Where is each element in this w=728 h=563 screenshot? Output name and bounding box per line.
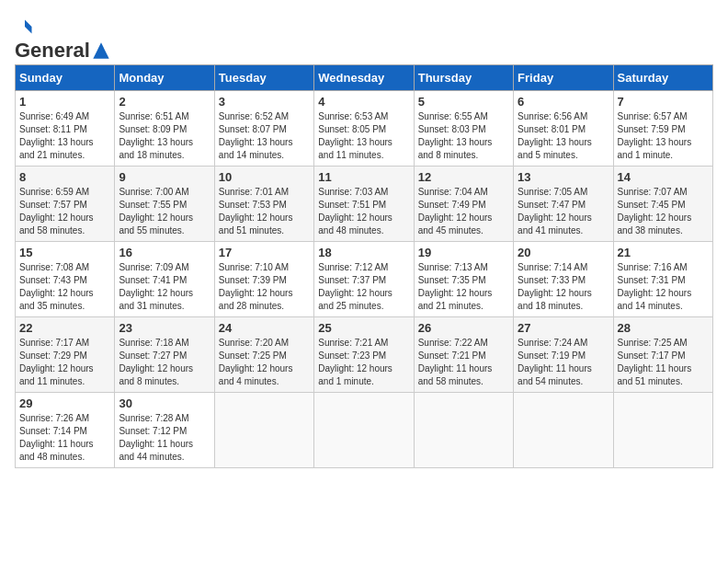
day-info: Sunrise: 7:26 AM Sunset: 7:14 PM Dayligh…	[19, 412, 110, 464]
calendar-cell: 10Sunrise: 7:01 AM Sunset: 7:53 PM Dayli…	[214, 167, 313, 242]
weekday-header-tuesday: Tuesday	[214, 65, 313, 91]
calendar-cell: 23Sunrise: 7:18 AM Sunset: 7:27 PM Dayli…	[115, 317, 214, 393]
day-info: Sunrise: 7:18 AM Sunset: 7:27 PM Dayligh…	[119, 337, 210, 388]
calendar-cell	[414, 393, 513, 468]
day-info: Sunrise: 7:03 AM Sunset: 7:51 PM Dayligh…	[318, 186, 409, 237]
day-number: 29	[19, 396, 110, 410]
day-info: Sunrise: 7:13 AM Sunset: 7:35 PM Dayligh…	[418, 261, 509, 313]
day-number: 20	[518, 246, 609, 259]
day-number: 16	[119, 246, 210, 259]
calendar-cell: 30Sunrise: 7:28 AM Sunset: 7:12 PM Dayli…	[115, 393, 214, 468]
day-info: Sunrise: 7:14 AM Sunset: 7:33 PM Dayligh…	[518, 261, 609, 313]
calendar-cell: 27Sunrise: 7:24 AM Sunset: 7:19 PM Dayli…	[514, 317, 613, 393]
calendar-cell: 2Sunrise: 6:51 AM Sunset: 8:09 PM Daylig…	[115, 91, 214, 167]
day-info: Sunrise: 7:10 AM Sunset: 7:39 PM Dayligh…	[219, 261, 310, 313]
day-info: Sunrise: 7:04 AM Sunset: 7:49 PM Dayligh…	[418, 186, 509, 237]
day-info: Sunrise: 7:21 AM Sunset: 7:23 PM Dayligh…	[318, 337, 409, 388]
calendar-cell: 25Sunrise: 7:21 AM Sunset: 7:23 PM Dayli…	[314, 317, 414, 393]
svg-marker-2	[93, 42, 108, 58]
day-number: 11	[318, 170, 409, 184]
calendar-cell	[613, 393, 712, 468]
day-info: Sunrise: 7:08 AM Sunset: 7:43 PM Dayligh…	[19, 261, 110, 313]
day-number: 18	[318, 246, 409, 259]
svg-marker-0	[25, 20, 32, 28]
day-number: 9	[119, 170, 210, 184]
calendar-cell: 3Sunrise: 6:52 AM Sunset: 8:07 PM Daylig…	[214, 91, 313, 167]
day-number: 1	[19, 95, 110, 109]
day-info: Sunrise: 6:59 AM Sunset: 7:57 PM Dayligh…	[19, 186, 110, 237]
calendar-cell	[514, 393, 613, 468]
day-number: 21	[618, 246, 709, 259]
day-number: 28	[618, 321, 709, 335]
weekday-header-saturday: Saturday	[613, 65, 712, 91]
day-number: 10	[219, 170, 310, 184]
calendar-cell: 16Sunrise: 7:09 AM Sunset: 7:41 PM Dayli…	[115, 242, 214, 317]
calendar-week-1: 1Sunrise: 6:49 AM Sunset: 8:11 PM Daylig…	[16, 91, 713, 167]
calendar-cell	[214, 393, 313, 468]
day-number: 23	[119, 321, 210, 335]
day-info: Sunrise: 6:56 AM Sunset: 8:01 PM Dayligh…	[518, 110, 609, 162]
day-info: Sunrise: 6:57 AM Sunset: 7:59 PM Dayligh…	[618, 110, 709, 162]
day-number: 13	[518, 170, 609, 184]
day-number: 3	[219, 95, 310, 109]
day-info: Sunrise: 7:01 AM Sunset: 7:53 PM Dayligh…	[219, 186, 310, 237]
calendar-cell: 1Sunrise: 6:49 AM Sunset: 8:11 PM Daylig…	[16, 91, 115, 167]
page-header: General	[15, 15, 713, 55]
weekday-header-sunday: Sunday	[16, 65, 115, 91]
calendar-cell: 12Sunrise: 7:04 AM Sunset: 7:49 PM Dayli…	[414, 167, 513, 242]
day-info: Sunrise: 6:53 AM Sunset: 8:05 PM Dayligh…	[318, 110, 409, 162]
calendar-week-2: 8Sunrise: 6:59 AM Sunset: 7:57 PM Daylig…	[16, 167, 713, 242]
weekday-header-thursday: Thursday	[414, 65, 513, 91]
calendar-cell: 21Sunrise: 7:16 AM Sunset: 7:31 PM Dayli…	[613, 242, 712, 317]
calendar-cell: 26Sunrise: 7:22 AM Sunset: 7:21 PM Dayli…	[414, 317, 513, 393]
day-info: Sunrise: 7:24 AM Sunset: 7:19 PM Dayligh…	[518, 337, 609, 388]
day-number: 19	[418, 246, 509, 259]
day-number: 25	[318, 321, 409, 335]
weekday-header-wednesday: Wednesday	[314, 65, 414, 91]
calendar-cell: 8Sunrise: 6:59 AM Sunset: 7:57 PM Daylig…	[16, 167, 115, 242]
day-number: 26	[418, 321, 509, 335]
calendar-week-5: 29Sunrise: 7:26 AM Sunset: 7:14 PM Dayli…	[16, 393, 713, 468]
day-info: Sunrise: 7:12 AM Sunset: 7:37 PM Dayligh…	[318, 261, 409, 313]
calendar-cell	[314, 393, 414, 468]
day-number: 12	[418, 170, 509, 184]
logo-general-label: General	[15, 39, 90, 63]
calendar-cell: 19Sunrise: 7:13 AM Sunset: 7:35 PM Dayli…	[414, 242, 513, 317]
calendar-cell: 18Sunrise: 7:12 AM Sunset: 7:37 PM Dayli…	[314, 242, 414, 317]
day-number: 2	[119, 95, 210, 109]
weekday-header-friday: Friday	[514, 65, 613, 91]
day-info: Sunrise: 6:55 AM Sunset: 8:03 PM Dayligh…	[418, 110, 509, 162]
logo-triangle-icon	[92, 41, 110, 60]
calendar-cell: 28Sunrise: 7:25 AM Sunset: 7:17 PM Dayli…	[613, 317, 712, 393]
day-info: Sunrise: 7:28 AM Sunset: 7:12 PM Dayligh…	[119, 412, 210, 464]
day-info: Sunrise: 7:20 AM Sunset: 7:25 PM Dayligh…	[219, 337, 310, 388]
calendar-cell: 24Sunrise: 7:20 AM Sunset: 7:25 PM Dayli…	[214, 317, 313, 393]
day-number: 7	[618, 95, 709, 109]
logo: General	[15, 15, 112, 55]
calendar-cell: 17Sunrise: 7:10 AM Sunset: 7:39 PM Dayli…	[214, 242, 313, 317]
weekday-header-monday: Monday	[115, 65, 214, 91]
day-number: 24	[219, 321, 310, 335]
calendar-cell: 6Sunrise: 6:56 AM Sunset: 8:01 PM Daylig…	[514, 91, 613, 167]
day-number: 17	[219, 246, 310, 259]
calendar-cell: 11Sunrise: 7:03 AM Sunset: 7:51 PM Dayli…	[314, 167, 414, 242]
calendar-cell: 29Sunrise: 7:26 AM Sunset: 7:14 PM Dayli…	[16, 393, 115, 468]
day-info: Sunrise: 6:51 AM Sunset: 8:09 PM Dayligh…	[119, 110, 210, 162]
day-number: 14	[618, 170, 709, 184]
calendar-cell: 14Sunrise: 7:07 AM Sunset: 7:45 PM Dayli…	[613, 167, 712, 242]
day-info: Sunrise: 7:07 AM Sunset: 7:45 PM Dayligh…	[618, 186, 709, 237]
day-info: Sunrise: 7:16 AM Sunset: 7:31 PM Dayligh…	[618, 261, 709, 313]
calendar-table: SundayMondayTuesdayWednesdayThursdayFrid…	[15, 64, 713, 468]
day-number: 8	[19, 170, 110, 184]
day-number: 4	[318, 95, 409, 109]
day-number: 22	[19, 321, 110, 335]
day-info: Sunrise: 7:09 AM Sunset: 7:41 PM Dayligh…	[119, 261, 210, 313]
calendar-header-row: SundayMondayTuesdayWednesdayThursdayFrid…	[16, 65, 713, 91]
day-info: Sunrise: 6:52 AM Sunset: 8:07 PM Dayligh…	[219, 110, 310, 162]
day-number: 27	[518, 321, 609, 335]
calendar-cell: 15Sunrise: 7:08 AM Sunset: 7:43 PM Dayli…	[16, 242, 115, 317]
calendar-week-3: 15Sunrise: 7:08 AM Sunset: 7:43 PM Dayli…	[16, 242, 713, 317]
day-info: Sunrise: 6:49 AM Sunset: 8:11 PM Dayligh…	[19, 110, 110, 162]
day-info: Sunrise: 7:25 AM Sunset: 7:17 PM Dayligh…	[618, 337, 709, 388]
day-info: Sunrise: 7:22 AM Sunset: 7:21 PM Dayligh…	[418, 337, 509, 388]
